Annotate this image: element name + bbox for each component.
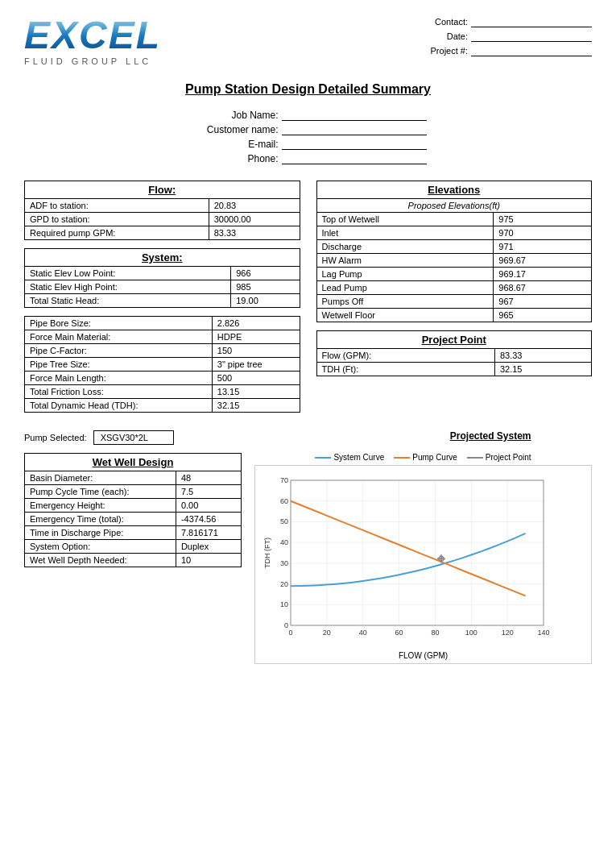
elevations-subtitle: Proposed Elevations(ft) xyxy=(316,199,592,213)
wet-well-row: Emergency Height:0.00 xyxy=(25,499,242,513)
date-line[interactable] xyxy=(471,31,592,42)
elevations-title: Elevations xyxy=(316,181,592,199)
job-name-label: Job Name: xyxy=(190,110,279,121)
wet-well-value: 0.00 xyxy=(176,499,241,513)
project-point-table: Project Point Flow (GPM):83.33TDH (Ft):3… xyxy=(316,330,593,376)
contact-area: Contact: Date: Project #: xyxy=(431,16,592,56)
wet-well-label: Wet Well Depth Needed: xyxy=(25,554,176,567)
svg-text:60: 60 xyxy=(395,629,403,637)
elevation-row: HW Alarm969.67 xyxy=(316,254,592,268)
pipe-row: Pipe Bore Size:2.826 xyxy=(25,317,300,330)
pipe-row: Pipe Tree Size:3" pipe tree xyxy=(25,358,300,372)
wet-well-value: 48 xyxy=(176,471,241,485)
svg-text:20: 20 xyxy=(280,580,288,588)
x-axis-label: FLOW (GPM) xyxy=(262,651,585,660)
wet-well-column: Wet Well Design Basin Diameter:48Pump Cy… xyxy=(24,453,242,664)
chart-container: 010203040506070020406080100120140TDH (FT… xyxy=(254,465,592,664)
project-point-value: 83.33 xyxy=(494,349,591,363)
legend-system-curve: System Curve xyxy=(315,453,384,462)
wet-well-label: Emergency Time (total): xyxy=(25,513,176,526)
wet-well-row: Wet Well Depth Needed:10 xyxy=(25,554,242,567)
elevation-value: 967 xyxy=(494,295,592,309)
svg-text:140: 140 xyxy=(537,629,549,637)
project-point-row: Flow (GPM):83.33 xyxy=(316,349,592,363)
elevation-row: Wetwell Floor965 xyxy=(316,309,592,322)
svg-text:80: 80 xyxy=(431,629,439,637)
flow-row: ADF to station:20.83 xyxy=(25,199,300,213)
job-name-input[interactable] xyxy=(282,110,427,121)
legend-pump-curve-label: Pump Curve xyxy=(412,453,457,462)
project-row: Project #: xyxy=(431,45,592,56)
pipe-value: HDPE xyxy=(212,330,300,344)
legend-project-point-line xyxy=(467,457,483,459)
project-line[interactable] xyxy=(471,45,592,56)
pipe-label: Force Main Material: xyxy=(25,330,213,344)
main-two-col: Flow: ADF to station:20.83GPD to station… xyxy=(24,181,592,421)
phone-row: Phone: xyxy=(190,153,427,164)
wet-well-value: Duplex xyxy=(176,540,241,554)
elevation-row: Pumps Off967 xyxy=(316,295,592,309)
pipe-row: Total Friction Loss:13.15 xyxy=(25,385,300,399)
system-label: Total Static Head: xyxy=(25,294,231,308)
elevation-label: Inlet xyxy=(316,226,494,240)
pipe-table: Pipe Bore Size:2.826Force Main Material:… xyxy=(24,316,300,413)
elevations-table: Elevations Proposed Elevations(ft) Top o… xyxy=(316,181,593,322)
contact-line[interactable] xyxy=(471,16,592,27)
pipe-row: Force Main Material:HDPE xyxy=(25,330,300,344)
system-value: 985 xyxy=(231,280,300,294)
chart-legend: System Curve Pump Curve Project Point xyxy=(254,453,592,462)
wet-well-row: Emergency Time (total):-4374.56 xyxy=(25,513,242,526)
legend-project-point-label: Project Point xyxy=(486,453,531,462)
elevation-row: Lead Pump968.67 xyxy=(316,281,592,295)
page-title: Pump Station Design Detailed Summary xyxy=(24,82,592,97)
wet-well-label: System Option: xyxy=(25,540,176,554)
legend-system-curve-label: System Curve xyxy=(333,453,384,462)
elevation-value: 969.17 xyxy=(494,268,592,281)
svg-text:100: 100 xyxy=(465,629,478,637)
pipe-value: 3" pipe tree xyxy=(212,358,300,372)
pipe-label: Pipe Tree Size: xyxy=(25,358,213,372)
wet-well-row: System Option:Duplex xyxy=(25,540,242,554)
job-info: Job Name: Customer name: E-mail: Phone: xyxy=(24,110,592,164)
phone-input[interactable] xyxy=(282,153,427,164)
header: EXCEL FLUID GROUP LLC Contact: Date: Pro… xyxy=(24,16,592,66)
email-row: E-mail: xyxy=(190,139,427,150)
email-input[interactable] xyxy=(282,139,427,150)
date-label: Date: xyxy=(447,31,468,41)
system-row: Total Static Head:19.00 xyxy=(25,294,300,308)
elevation-value: 965 xyxy=(494,309,592,322)
system-label: Static Elev High Point: xyxy=(25,280,231,294)
svg-text:70: 70 xyxy=(280,476,288,484)
wet-well-value: 7.816171 xyxy=(176,526,241,540)
svg-text:0: 0 xyxy=(284,621,288,629)
legend-system-curve-line xyxy=(315,457,331,459)
customer-name-input[interactable] xyxy=(282,124,427,135)
elevation-value: 970 xyxy=(494,226,592,240)
flow-value: 83.33 xyxy=(209,226,300,240)
wet-well-row: Time in Discharge Pipe:7.816171 xyxy=(25,526,242,540)
flow-label: Required pump GPM: xyxy=(25,226,209,240)
flow-value: 20.83 xyxy=(209,199,300,213)
contact-row: Contact: xyxy=(431,16,592,27)
system-value: 966 xyxy=(231,267,300,280)
flow-label: GPD to station: xyxy=(25,213,209,226)
system-table: System: Static Elev Low Point:966Static … xyxy=(24,248,300,308)
elevation-label: HW Alarm xyxy=(316,254,494,268)
pipe-row: Total Dynamic Head (TDH):32.15 xyxy=(25,399,300,413)
system-label: Static Elev Low Point: xyxy=(25,267,231,280)
pump-selected-label: Pump Selected: xyxy=(24,433,87,442)
svg-text:50: 50 xyxy=(280,517,288,525)
project-point-label: Flow (GPM): xyxy=(316,349,494,363)
elevation-label: Discharge xyxy=(316,240,494,254)
flow-label: ADF to station: xyxy=(25,199,209,213)
elevation-value: 968.67 xyxy=(494,281,592,295)
wet-well-label: Basin Diameter: xyxy=(25,471,176,485)
pipe-label: Force Main Length: xyxy=(25,372,213,385)
email-label: E-mail: xyxy=(190,139,279,150)
project-point-title: Project Point xyxy=(316,331,592,349)
date-row: Date: xyxy=(431,31,592,42)
svg-text:10: 10 xyxy=(280,600,288,608)
contact-label: Contact: xyxy=(435,17,468,27)
system-row: Static Elev High Point:985 xyxy=(25,280,300,294)
svg-text:TDH (FT): TDH (FT) xyxy=(263,538,271,568)
